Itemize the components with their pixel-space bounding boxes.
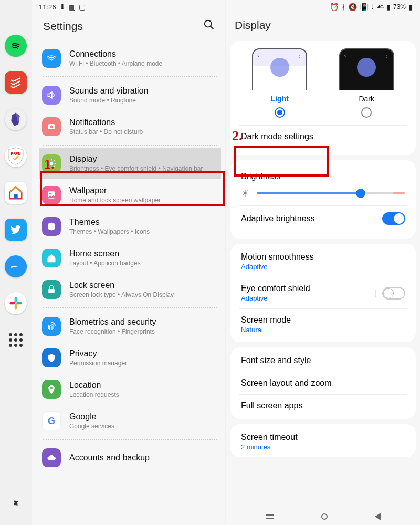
brightness-slider-row[interactable]: ☀ [239,183,407,205]
brightness-title: Brightness [239,168,407,183]
fingerprint-icon [42,317,61,336]
taskbar-app-espn[interactable]: ESPN [5,145,27,167]
setting-connections[interactable]: Connections Wi-Fi • Bluetooth • Airplane… [39,43,221,74]
wifi-icon: ⧙ [371,3,375,11]
screen-mode-row[interactable]: Screen mode Natural [239,308,407,340]
theme-option-dark[interactable]: ‹⋮ Dark [326,48,408,118]
svg-text:ESPN: ESPN [10,152,20,156]
todoist-icon [9,76,22,89]
twitter-icon [9,223,22,236]
divider [43,307,217,308]
taskbar-app-slack[interactable] [5,292,27,314]
setting-sounds[interactable]: Sounds and vibration Sound mode • Ringto… [39,79,221,111]
setting-biometrics[interactable]: Biometrics and security Face recognition… [39,311,221,342]
svg-point-23 [50,387,52,389]
nav-back[interactable] [375,513,381,520]
setting-lockscreen[interactable]: Lock screen Screen lock type • Always On… [39,274,221,305]
setting-subtitle: Sound mode • Ringtone [69,97,148,104]
setting-title: Privacy [69,349,127,358]
google-icon: G [42,411,61,430]
setting-subtitle: Themes • Wallpapers • Icons [69,228,150,235]
setting-subtitle: Face recognition • Fingerprints [69,328,156,335]
svg-point-21 [49,193,51,194]
setting-themes[interactable]: Themes Themes • Wallpapers • Icons [39,211,221,242]
setting-notifications[interactable]: Notifications Status bar • Do not distur… [39,111,221,142]
annotation-label-1: 1. [44,158,55,171]
cast-icon: ▥ [69,3,76,11]
row-label: Full screen apps [241,401,302,410]
edge-taskbar: ESPN [0,0,32,525]
setting-location[interactable]: Location Location requests [39,374,221,405]
signal-icon: ▮ [386,3,391,11]
svg-line-8 [211,26,214,29]
svg-rect-5 [15,304,17,310]
image-icon [42,186,61,204]
setting-title: Lock screen [69,281,174,290]
row-label: Dark mode settings [241,132,313,141]
setting-title: Home screen [69,249,141,259]
nav-recents[interactable] [266,514,274,519]
setting-title: Location [69,380,119,390]
spotify-icon [9,39,22,52]
setting-google[interactable]: G Google Google services [39,405,221,437]
radio-dark[interactable] [361,107,372,118]
svg-rect-3 [15,297,17,303]
setting-title: Sounds and vibration [69,86,148,96]
theme-label: Dark [359,95,374,103]
radio-light[interactable] [275,107,285,118]
taskbar-app-home[interactable] [5,182,27,204]
taskbar-all-apps[interactable] [9,333,23,347]
settings-header: Settings [32,14,225,43]
status-time: 11:26 [39,3,56,11]
font-size-row[interactable]: Font size and style [239,349,407,372]
settings-title: Settings [43,20,83,33]
cloud-icon [42,448,61,467]
taskbar-app-obsidian[interactable] [5,108,27,130]
nav-home[interactable] [321,513,328,520]
nav-bar [226,508,420,525]
taskbar-app-twitter[interactable] [5,219,27,241]
row-sub: Adaptive [241,263,314,271]
taskbar-app-todoist[interactable] [5,71,27,94]
screen-timeout-row[interactable]: Screen timeout 2 minutes [239,426,407,457]
display-title: Display [235,19,271,32]
setting-title: Connections [69,49,162,59]
taskbar-app-spotify[interactable] [5,35,27,57]
taskbar-pin[interactable] [0,489,31,520]
lock-icon [42,280,61,299]
screen-layout-row[interactable]: Screen layout and zoom [239,372,407,394]
dark-mode-settings-row[interactable]: Dark mode settings [239,125,407,148]
bluetooth-icon: ᚼ [341,3,345,11]
row-label: Adaptive brightness [241,214,315,223]
setting-title: Google [69,412,114,421]
search-button[interactable] [203,19,215,33]
eye-comfort-toggle[interactable] [382,287,405,300]
taskbar-app-generic-r[interactable] [5,255,27,277]
display-scroll[interactable]: ‹⋮ Light ‹⋮ Dark [226,41,420,525]
adaptive-brightness-toggle[interactable] [382,212,405,225]
setting-subtitle: Brightness • Eye comfort shield • Naviga… [69,165,203,172]
theme-option-light[interactable]: ‹⋮ Light [239,48,321,118]
brightness-slider[interactable] [257,192,405,194]
eye-comfort-row[interactable]: Eye comfort shield Adaptive | [239,277,407,308]
obsidian-icon [8,111,24,127]
setting-privacy[interactable]: Privacy Permission manager [39,342,221,374]
setting-wallpaper[interactable]: Wallpaper Home and lock screen wallpaper [39,179,221,211]
row-sub: Natural [241,326,291,334]
picture-icon: ▢ [79,3,86,11]
volume-icon [42,86,61,105]
settings-list[interactable]: Connections Wi-Fi • Bluetooth • Airplane… [32,43,225,525]
network-4g-icon: 4G [377,4,384,9]
adaptive-brightness-row[interactable]: Adaptive brightness [239,205,407,231]
fullscreen-apps-row[interactable]: Full screen apps [239,394,407,417]
setting-homescreen[interactable]: Home screen Layout • App icon badges [39,242,221,274]
setting-title: Themes [69,218,150,227]
setting-subtitle: Google services [69,423,114,430]
palette-icon [42,217,61,236]
row-label: Motion smoothness [241,252,314,262]
brightness-card: Brightness ☀ Adaptive brightness [230,160,416,239]
setting-display[interactable]: Display Brightness • Eye comfort shield … [39,148,221,179]
divider [43,439,217,440]
motion-smoothness-row[interactable]: Motion smoothness Adaptive [239,246,407,277]
setting-accounts[interactable]: Accounts and backup [39,442,221,473]
